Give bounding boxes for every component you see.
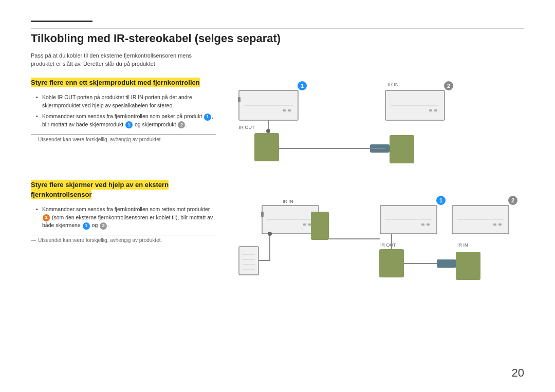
section1-bullets: Koble IR OUT-porten på produktet til IR … [31,94,216,129]
svg-text:1: 1 [439,197,442,203]
svg-rect-38 [421,223,424,226]
section1-diagrams: 1 IR OUT 2 [236,78,524,167]
svg-point-34 [268,232,272,236]
section1-note-text: Utseendet kan være forskjellig, avhengig… [38,137,162,142]
left-column: Styre flere enn ett skjermprodukt med fj… [31,78,216,167]
svg-rect-51 [437,259,456,268]
svg-rect-14 [434,109,437,111]
top-decorative-line [31,21,92,22]
section2-bullets: Kommandoer som sendes fra fjernkontrolle… [31,206,216,230]
section2-content: Styre flere skjermer ved hjelp av en eks… [31,180,524,283]
section2-left: Styre flere skjermer ved hjelp av en eks… [31,180,216,283]
svg-rect-13 [429,109,432,111]
section1-title-block: Styre flere enn ett skjermprodukt med fj… [31,78,216,87]
svg-rect-28 [303,223,306,226]
section2: Styre flere skjermer ved hjelp av en eks… [31,180,524,283]
svg-rect-7 [254,133,279,161]
svg-point-9 [266,129,270,133]
ir-in-label-s2-left: IR IN [283,199,293,204]
svg-text:2: 2 [511,197,514,203]
svg-rect-30 [261,212,264,217]
svg-rect-19 [390,135,414,163]
section1-bullet-1: Koble IR OUT-porten på produktet til IR … [36,94,216,110]
svg-rect-31 [311,212,329,240]
badge-2-inline: 2 [178,121,185,128]
section2-title: Styre flere skjermer ved hjelp av en eks… [31,180,169,199]
main-content: Styre flere enn ett skjermprodukt med fj… [31,78,524,167]
badge-s2-3: 2 [100,222,107,230]
section2-diagrams: IR IN 1 IR OUT [236,180,524,283]
ir-in-label-s2-right: IR IN [457,242,468,248]
full-horizontal-line [31,28,524,29]
svg-rect-4 [238,97,240,102]
page-title: Tilkobling med IR-stereokabel (selges se… [31,31,524,46]
svg-rect-39 [427,223,430,226]
section1-bullet-2: Kommandoer som sendes fra fjernkontrolle… [36,113,216,129]
section1-title: Styre flere enn ett skjermprodukt med fj… [31,78,200,87]
section1-note: — Utseendet kan være forskjellig, avheng… [31,134,216,142]
section1-diagram: 1 IR OUT 2 [236,78,504,167]
svg-rect-42 [379,249,404,277]
svg-rect-47 [493,223,496,226]
section2-note-text: Utseendet kan være forskjellig, avhengig… [38,237,162,243]
svg-rect-48 [498,223,502,226]
ir-out-label-s2: IR OUT [380,242,396,248]
badge-1-inline: 1 [204,114,211,121]
ir-out-label-s1: IR OUT [239,125,255,130]
page-container: Tilkobling med IR-stereokabel (selges se… [0,0,555,392]
intro-text: Pass på at du kobler til den eksterne fj… [31,51,216,68]
section2-bullet-1: Kommandoer som sendes fra fjernkontrolle… [36,206,216,230]
page-number: 20 [512,366,524,380]
badge-1b-inline: 1 [125,121,133,128]
svg-rect-2 [283,109,286,111]
section2-note: — Utseendet kan være forskjellig, avheng… [31,235,216,243]
section2-title-block: Styre flere skjermer ved hjelp av en eks… [31,180,216,199]
svg-text:2: 2 [447,83,450,89]
ir-in-label-s1: IR IN [388,82,399,87]
badge-s2-1: 1 [43,214,50,221]
section2-diagram: IR IN 1 IR OUT [236,180,524,283]
svg-rect-21 [239,247,258,275]
svg-text:1: 1 [301,83,304,89]
badge-s2-2: 1 [83,222,90,230]
svg-rect-53 [456,252,480,280]
svg-rect-3 [288,109,291,111]
